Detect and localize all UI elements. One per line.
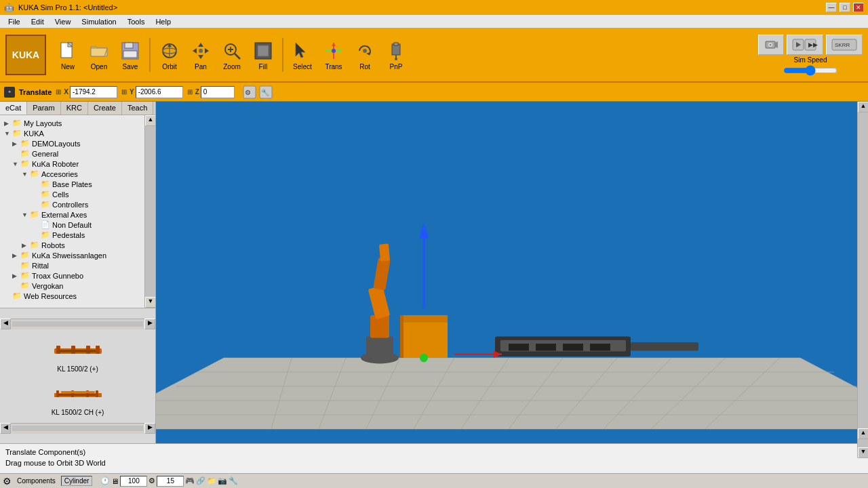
scroll-up-button[interactable]: ▲ [145,115,155,126]
tree-item-external-axes[interactable]: ▼ 📁 External Axes [3,209,142,220]
tree-item-rittal[interactable]: 📁 Rittal [3,260,142,270]
select-button[interactable]: Select [288,37,317,73]
new-button[interactable]: New [53,37,83,73]
scroll-left-button[interactable]: ◀ [0,319,11,329]
tree-item-accessories[interactable]: ▼ 📁 Accesories [3,169,142,179]
gear2-icon: ⚙ [149,476,155,485]
preview-item-2[interactable]: KL 1500/2 CH (+) [51,380,105,416]
z-input[interactable] [201,86,235,98]
preview-item-1[interactable]: KL 1500/2 (+) [51,336,105,373]
save-label: Save [123,63,138,70]
rot-button[interactable]: Rot [350,37,380,73]
tree-item-non-default[interactable]: 📄 Non Default [3,220,142,230]
menu-item-help[interactable]: Help [150,16,176,27]
menu-item-simulation[interactable]: Simulation [76,16,121,27]
tree-item-base-plates[interactable]: 📁 Base Plates [3,179,142,189]
svg-rect-30 [394,43,398,45]
toolbar: KUKA New Open Save [0,28,868,83]
svg-rect-78 [370,315,389,338]
tree-item-troax-gunnebo[interactable]: ▶ 📁 Troax Gunnebo [3,270,142,281]
preview-label-2: KL 1500/2 CH (+) [52,409,104,416]
viewport[interactable]: ▲ ▼ [156,102,868,443]
y-label: Y [130,88,134,96]
tree-area: ▶ 📁 My Layouts ▼ 📁 KUKA ▶ 📁 DEMOLayouts [0,115,144,308]
menubar: FileEditViewSimulationToolsHelp [0,15,868,28]
close-button[interactable]: ✕ [853,3,864,12]
zoom-button[interactable]: Zoom [217,37,247,73]
scroll-down-button[interactable]: ▼ [145,297,155,308]
orbit-button[interactable]: Orbit [155,37,184,73]
status-scroll-down[interactable]: ▼ [858,447,868,458]
svg-rect-59 [61,391,95,393]
tree-item-demo-layouts[interactable]: ▶ 📁 DEMOLayouts [3,138,142,148]
tab-krc[interactable]: KRC [61,102,88,115]
tree-item-web-resources[interactable]: 📁 Web Resources [3,291,142,301]
sim-record-button[interactable]: SKRR [826,35,863,55]
tree-item-kuka-roboter[interactable]: ▼ 📁 KuKa Roboter [3,159,142,169]
viewport-scroll-up[interactable]: ▲ [858,102,868,113]
tab-param[interactable]: Param [27,102,60,115]
maximize-button[interactable]: □ [840,3,850,12]
x-input[interactable] [70,86,117,98]
tab-ecat[interactable]: eCat [0,102,27,115]
speed1-input[interactable] [120,476,147,487]
tree-item-pedestals[interactable]: 📁 Pedestals [3,230,142,240]
fill-icon [252,40,274,62]
sidebar-tabs: eCat Param KRC Create Teach [0,102,155,115]
scroll-right-button[interactable]: ▶ [144,319,155,329]
sim-play-button[interactable]: ▶▶ [787,35,823,55]
tree-item-controllers[interactable]: 📁 Controllers [3,199,142,209]
svg-point-85 [420,354,428,363]
trans-button[interactable]: Trans [319,37,349,73]
speed2-input[interactable] [157,476,184,487]
menu-item-file[interactable]: File [3,16,26,27]
expander-icon: ▶ [4,120,12,127]
svg-line-16 [235,54,240,59]
svg-rect-77 [366,337,393,360]
scroll-thumb[interactable] [145,126,155,297]
pan-label: Pan [195,63,207,70]
svg-marker-10 [198,43,203,47]
sidebar-scrollbar[interactable]: ▲ ▼ [144,115,155,308]
scroll-right-button-2[interactable]: ▶ [144,423,155,434]
select-icon [292,40,313,62]
menu-item-edit[interactable]: Edit [26,16,50,27]
svg-point-32 [395,58,397,60]
status-scroll-up[interactable]: ▲ [858,428,868,439]
y-input[interactable] [136,86,183,98]
tree-item-cells[interactable]: 📁 Cells [3,189,142,199]
svg-rect-5 [123,51,137,58]
components-icon: ⚙ [3,476,12,487]
tree-item-general[interactable]: 📁 General [3,148,142,159]
menu-item-tools[interactable]: Tools [122,16,151,27]
fill-button[interactable]: Fill [248,37,278,73]
translate-label: Translate [19,88,52,96]
svg-rect-4 [125,43,133,48]
tree-item-shweissanlagen[interactable]: ▶ 📁 KuKa Shweissanlagen [3,250,142,260]
tree-item-kuka[interactable]: ▼ 📁 KUKA [3,128,142,138]
viewport-scrollbar-v[interactable]: ▲ ▼ [857,102,868,443]
tab-teach[interactable]: Teach [122,102,153,115]
sim-speed-slider[interactable] [783,65,837,76]
monitor-icon: 🖥 [111,477,119,485]
svg-rect-92 [563,344,583,351]
sim-camera-button[interactable] [758,35,784,55]
scroll-left-button-2[interactable]: ◀ [0,423,11,434]
menu-item-view[interactable]: View [50,16,77,27]
open-button[interactable]: Open [84,37,114,73]
rot-icon [354,40,376,62]
tree-item-my-layouts[interactable]: ▶ 📁 My Layouts [3,118,142,128]
save-button[interactable]: Save [115,37,145,73]
preview-thumb-2 [51,380,105,407]
minimize-button[interactable]: — [826,3,837,12]
pnp-button[interactable]: PnP [381,37,411,73]
tab-create[interactable]: Create [88,102,122,115]
tree-item-vergokan[interactable]: 📁 Vergokan [3,281,142,291]
tree-item-robots[interactable]: ▶ 📁 Robots [3,240,142,250]
y-coord-field: ⊞ Y [121,86,183,98]
svg-rect-93 [590,344,610,351]
pan-button[interactable]: Pan [186,37,216,73]
pnp-label: PnP [390,63,403,70]
svg-marker-23 [332,43,336,46]
status-scrollbar[interactable]: ▲ ▼ [857,428,868,458]
